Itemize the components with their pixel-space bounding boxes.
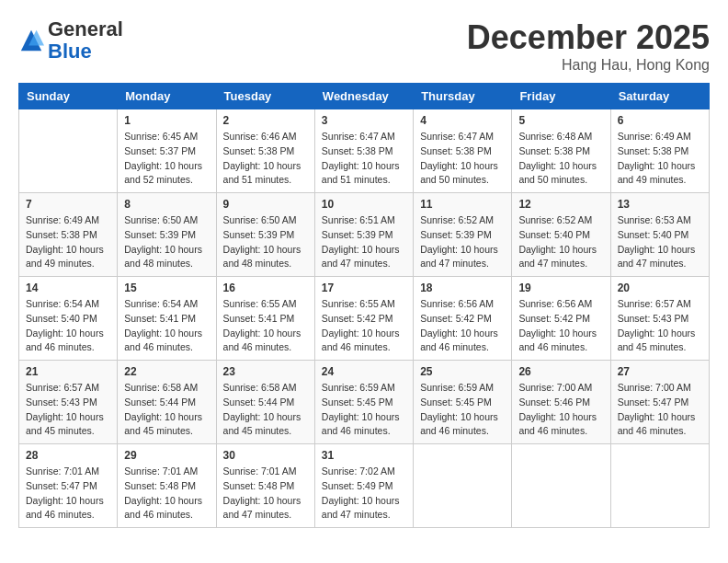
day-info: Sunrise: 7:01 AM Sunset: 5:47 PM Dayligh… bbox=[26, 465, 110, 523]
day-number: 5 bbox=[518, 114, 603, 127]
day-info: Sunrise: 7:00 AM Sunset: 5:47 PM Dayligh… bbox=[618, 381, 702, 439]
day-number: 11 bbox=[420, 198, 505, 211]
calendar-cell: 22Sunrise: 6:58 AM Sunset: 5:44 PM Dayli… bbox=[118, 361, 216, 444]
logo-general-text: General bbox=[48, 17, 123, 40]
day-number: 31 bbox=[322, 449, 406, 462]
calendar-table: SundayMondayTuesdayWednesdayThursdayFrid… bbox=[18, 83, 710, 528]
day-info: Sunrise: 6:51 AM Sunset: 5:39 PM Dayligh… bbox=[322, 213, 406, 271]
day-info: Sunrise: 6:55 AM Sunset: 5:41 PM Dayligh… bbox=[223, 297, 308, 355]
calendar-cell: 27Sunrise: 7:00 AM Sunset: 5:47 PM Dayli… bbox=[610, 361, 709, 444]
day-info: Sunrise: 6:56 AM Sunset: 5:42 PM Dayligh… bbox=[420, 297, 505, 355]
calendar-cell: 8Sunrise: 6:50 AM Sunset: 5:39 PM Daylig… bbox=[118, 193, 216, 277]
page-header: General Blue December 2025 Hang Hau, Hon… bbox=[18, 18, 710, 74]
day-info: Sunrise: 6:59 AM Sunset: 5:45 PM Dayligh… bbox=[420, 381, 505, 439]
week-row-3: 21Sunrise: 6:57 AM Sunset: 5:43 PM Dayli… bbox=[19, 361, 710, 444]
day-info: Sunrise: 6:50 AM Sunset: 5:39 PM Dayligh… bbox=[223, 213, 308, 271]
calendar-cell: 13Sunrise: 6:53 AM Sunset: 5:40 PM Dayli… bbox=[610, 193, 709, 277]
calendar-cell: 2Sunrise: 6:46 AM Sunset: 5:38 PM Daylig… bbox=[216, 109, 314, 193]
title-block: December 2025 Hang Hau, Hong Kong bbox=[467, 18, 710, 74]
day-number: 23 bbox=[223, 365, 308, 378]
month-title: December 2025 bbox=[467, 18, 710, 57]
calendar-cell: 10Sunrise: 6:51 AM Sunset: 5:39 PM Dayli… bbox=[314, 193, 413, 277]
calendar-cell: 31Sunrise: 7:02 AM Sunset: 5:49 PM Dayli… bbox=[314, 444, 413, 528]
calendar-cell: 11Sunrise: 6:52 AM Sunset: 5:39 PM Dayli… bbox=[414, 193, 512, 277]
weekday-header-wednesday: Wednesday bbox=[314, 84, 413, 109]
day-number: 30 bbox=[223, 449, 308, 462]
day-number: 4 bbox=[420, 114, 505, 127]
day-info: Sunrise: 6:57 AM Sunset: 5:43 PM Dayligh… bbox=[618, 297, 702, 355]
calendar-cell: 21Sunrise: 6:57 AM Sunset: 5:43 PM Dayli… bbox=[19, 361, 118, 444]
day-number: 16 bbox=[223, 282, 308, 294]
calendar-cell: 3Sunrise: 6:47 AM Sunset: 5:38 PM Daylig… bbox=[314, 109, 413, 193]
weekday-header-tuesday: Tuesday bbox=[216, 84, 314, 109]
weekday-header-monday: Monday bbox=[118, 84, 216, 109]
calendar-cell: 26Sunrise: 7:00 AM Sunset: 5:46 PM Dayli… bbox=[512, 361, 610, 444]
calendar-cell: 5Sunrise: 6:48 AM Sunset: 5:38 PM Daylig… bbox=[512, 109, 610, 193]
calendar-cell: 6Sunrise: 6:49 AM Sunset: 5:38 PM Daylig… bbox=[610, 109, 709, 193]
day-info: Sunrise: 6:58 AM Sunset: 5:44 PM Dayligh… bbox=[124, 381, 209, 439]
location: Hang Hau, Hong Kong bbox=[467, 57, 710, 74]
day-number: 1 bbox=[124, 114, 209, 127]
day-number: 19 bbox=[518, 282, 603, 294]
day-info: Sunrise: 6:49 AM Sunset: 5:38 PM Dayligh… bbox=[26, 213, 110, 271]
day-number: 29 bbox=[124, 449, 209, 462]
day-info: Sunrise: 6:45 AM Sunset: 5:37 PM Dayligh… bbox=[124, 130, 209, 188]
day-info: Sunrise: 6:56 AM Sunset: 5:42 PM Dayligh… bbox=[518, 297, 603, 355]
calendar-cell: 25Sunrise: 6:59 AM Sunset: 5:45 PM Dayli… bbox=[414, 361, 512, 444]
calendar-cell bbox=[19, 109, 118, 193]
day-info: Sunrise: 6:54 AM Sunset: 5:40 PM Dayligh… bbox=[26, 297, 110, 355]
calendar-cell: 24Sunrise: 6:59 AM Sunset: 5:45 PM Dayli… bbox=[314, 361, 413, 444]
calendar-cell: 20Sunrise: 6:57 AM Sunset: 5:43 PM Dayli… bbox=[610, 277, 709, 361]
day-number: 21 bbox=[26, 365, 110, 378]
week-row-2: 14Sunrise: 6:54 AM Sunset: 5:40 PM Dayli… bbox=[19, 277, 710, 361]
day-number: 26 bbox=[518, 365, 603, 378]
day-info: Sunrise: 6:48 AM Sunset: 5:38 PM Dayligh… bbox=[518, 130, 603, 188]
calendar-cell: 30Sunrise: 7:01 AM Sunset: 5:48 PM Dayli… bbox=[216, 444, 314, 528]
day-info: Sunrise: 6:47 AM Sunset: 5:38 PM Dayligh… bbox=[420, 130, 505, 188]
calendar-cell: 12Sunrise: 6:52 AM Sunset: 5:40 PM Dayli… bbox=[512, 193, 610, 277]
day-info: Sunrise: 6:47 AM Sunset: 5:38 PM Dayligh… bbox=[322, 130, 406, 188]
day-number: 14 bbox=[26, 282, 110, 294]
week-row-1: 7Sunrise: 6:49 AM Sunset: 5:38 PM Daylig… bbox=[19, 193, 710, 277]
day-info: Sunrise: 6:50 AM Sunset: 5:39 PM Dayligh… bbox=[124, 213, 209, 271]
day-info: Sunrise: 7:02 AM Sunset: 5:49 PM Dayligh… bbox=[322, 465, 406, 523]
day-number: 8 bbox=[124, 198, 209, 211]
calendar-cell bbox=[512, 444, 610, 528]
day-number: 3 bbox=[322, 114, 406, 127]
day-info: Sunrise: 6:46 AM Sunset: 5:38 PM Dayligh… bbox=[223, 130, 308, 188]
logo-blue-text: Blue bbox=[48, 40, 92, 63]
day-info: Sunrise: 6:52 AM Sunset: 5:40 PM Dayligh… bbox=[518, 213, 603, 271]
calendar-cell: 15Sunrise: 6:54 AM Sunset: 5:41 PM Dayli… bbox=[118, 277, 216, 361]
weekday-header-sunday: Sunday bbox=[19, 84, 118, 109]
day-info: Sunrise: 7:01 AM Sunset: 5:48 PM Dayligh… bbox=[223, 465, 308, 523]
day-number: 13 bbox=[618, 198, 702, 211]
day-info: Sunrise: 6:58 AM Sunset: 5:44 PM Dayligh… bbox=[223, 381, 308, 439]
day-number: 28 bbox=[26, 449, 110, 462]
day-number: 22 bbox=[124, 365, 209, 378]
week-row-0: 1Sunrise: 6:45 AM Sunset: 5:37 PM Daylig… bbox=[19, 109, 710, 193]
day-info: Sunrise: 6:59 AM Sunset: 5:45 PM Dayligh… bbox=[322, 381, 406, 439]
calendar-cell: 9Sunrise: 6:50 AM Sunset: 5:39 PM Daylig… bbox=[216, 193, 314, 277]
day-info: Sunrise: 7:00 AM Sunset: 5:46 PM Dayligh… bbox=[518, 381, 603, 439]
calendar-cell: 28Sunrise: 7:01 AM Sunset: 5:47 PM Dayli… bbox=[19, 444, 118, 528]
day-number: 15 bbox=[124, 282, 209, 294]
calendar-cell: 29Sunrise: 7:01 AM Sunset: 5:48 PM Dayli… bbox=[118, 444, 216, 528]
logo-icon bbox=[18, 28, 44, 53]
day-number: 18 bbox=[420, 282, 505, 294]
day-number: 12 bbox=[518, 198, 603, 211]
day-info: Sunrise: 6:57 AM Sunset: 5:43 PM Dayligh… bbox=[26, 381, 110, 439]
calendar-cell: 23Sunrise: 6:58 AM Sunset: 5:44 PM Dayli… bbox=[216, 361, 314, 444]
calendar-cell bbox=[610, 444, 709, 528]
calendar-cell bbox=[414, 444, 512, 528]
day-number: 7 bbox=[26, 198, 110, 211]
day-info: Sunrise: 6:54 AM Sunset: 5:41 PM Dayligh… bbox=[124, 297, 209, 355]
day-info: Sunrise: 6:49 AM Sunset: 5:38 PM Dayligh… bbox=[618, 130, 702, 188]
calendar-cell: 7Sunrise: 6:49 AM Sunset: 5:38 PM Daylig… bbox=[19, 193, 118, 277]
calendar-cell: 16Sunrise: 6:55 AM Sunset: 5:41 PM Dayli… bbox=[216, 277, 314, 361]
day-number: 2 bbox=[223, 114, 308, 127]
day-number: 6 bbox=[618, 114, 702, 127]
calendar-cell: 19Sunrise: 6:56 AM Sunset: 5:42 PM Dayli… bbox=[512, 277, 610, 361]
weekday-header-row: SundayMondayTuesdayWednesdayThursdayFrid… bbox=[19, 84, 710, 109]
day-info: Sunrise: 7:01 AM Sunset: 5:48 PM Dayligh… bbox=[124, 465, 209, 523]
week-row-4: 28Sunrise: 7:01 AM Sunset: 5:47 PM Dayli… bbox=[19, 444, 710, 528]
